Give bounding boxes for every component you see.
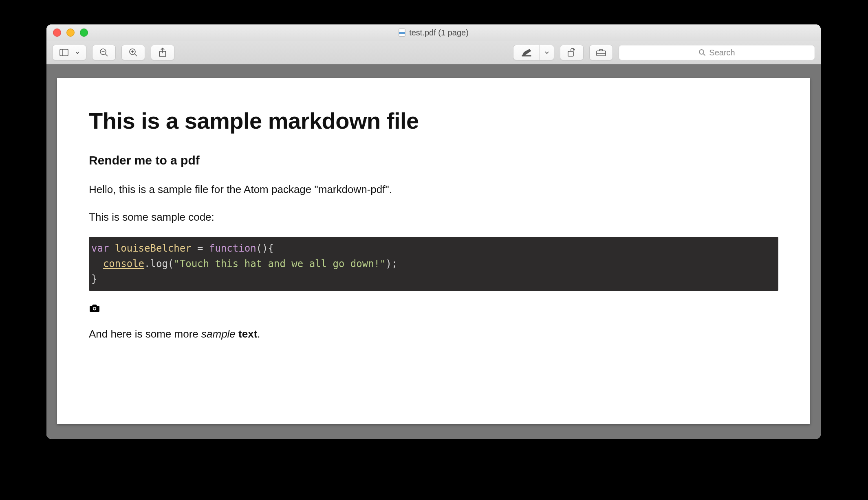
doc-heading-1: This is a sample markdown file (89, 107, 778, 134)
rotate-button[interactable] (560, 45, 584, 60)
search-field[interactable]: Search (619, 45, 815, 60)
code-token: .log( (144, 258, 174, 270)
code-token: = (197, 243, 209, 254)
doc-paragraph-2: This is some sample code: (89, 210, 778, 225)
broken-image-icon (89, 303, 778, 314)
svg-rect-13 (522, 55, 531, 56)
pdf-file-icon (399, 29, 406, 37)
doc-paragraph-3: And here is some more sample text. (89, 327, 778, 342)
svg-point-17 (699, 50, 704, 54)
markup-toolbox-button[interactable] (589, 45, 613, 60)
code-block: var louiseBelcher = function(){ console.… (89, 237, 778, 291)
svg-rect-0 (399, 29, 405, 36)
code-token: ); (386, 258, 397, 270)
highlight-button[interactable] (513, 45, 540, 60)
close-window-button[interactable] (53, 29, 61, 37)
share-icon (159, 48, 167, 57)
window-title-text: test.pdf (1 page) (409, 28, 469, 37)
zoom-in-button[interactable] (121, 45, 145, 60)
code-token: console (103, 258, 144, 270)
zoom-window-button[interactable] (80, 29, 88, 37)
titlebar: test.pdf (1 page) (46, 24, 821, 41)
highlight-menu-button[interactable] (540, 45, 554, 60)
text-bold: text (238, 328, 257, 340)
code-token (91, 258, 103, 270)
chevron-down-icon (545, 51, 549, 54)
sidebar-toggle-button[interactable] (52, 45, 86, 60)
highlighter-icon (521, 48, 532, 57)
code-token: function (209, 243, 256, 254)
annotate-button-group (513, 45, 554, 60)
svg-line-5 (106, 54, 108, 57)
minimize-window-button[interactable] (66, 29, 75, 37)
traffic-lights (53, 29, 88, 37)
code-token: "Touch this hat and we all go down!" (174, 258, 386, 270)
sidebar-icon (59, 49, 68, 56)
code-token: var (91, 243, 109, 254)
toolbox-icon (596, 48, 606, 57)
window-title: test.pdf (1 page) (46, 28, 821, 37)
code-token: louiseBelcher (109, 243, 197, 254)
svg-line-8 (135, 54, 137, 57)
text-italic: sample (201, 328, 238, 340)
code-token: (){ (256, 243, 274, 254)
zoom-in-icon (129, 48, 138, 57)
toolbar: Search (46, 41, 821, 64)
rotate-icon (567, 48, 577, 57)
zoom-out-icon (99, 48, 108, 57)
svg-rect-14 (568, 51, 573, 56)
share-button[interactable] (151, 45, 174, 60)
svg-line-18 (703, 54, 705, 56)
text-run: . (257, 328, 260, 340)
search-placeholder: Search (709, 48, 735, 57)
doc-paragraph-1: Hello, this is a sample file for the Ato… (89, 182, 778, 197)
chevron-down-icon (75, 51, 79, 54)
doc-heading-2: Render me to a pdf (89, 154, 778, 167)
svg-rect-1 (399, 32, 405, 34)
document-viewport[interactable]: This is a sample markdown file Render me… (46, 64, 821, 439)
code-token: } (91, 273, 97, 285)
pdf-page: This is a sample markdown file Render me… (57, 78, 810, 424)
svg-rect-2 (60, 49, 68, 56)
search-icon (698, 49, 706, 56)
preview-window: test.pdf (1 page) (46, 24, 821, 439)
camera-icon (89, 303, 100, 313)
zoom-out-button[interactable] (92, 45, 116, 60)
text-run: And here is some more (89, 328, 201, 340)
svg-point-20 (94, 308, 96, 310)
